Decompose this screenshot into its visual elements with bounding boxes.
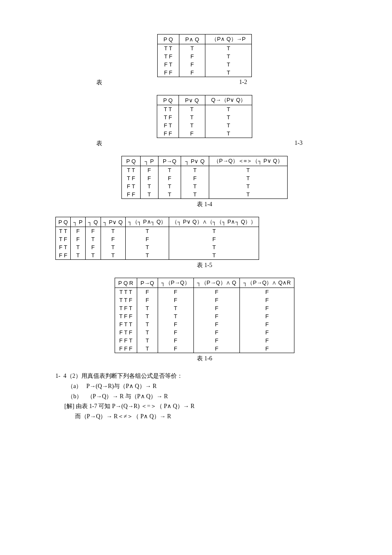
- table-row: F FFT: [157, 129, 252, 138]
- table-row: F F FTFFF: [115, 345, 294, 353]
- table-header-cell: P∨ Q: [179, 95, 205, 105]
- table-cell: T T: [157, 44, 179, 53]
- table-row: F TFT: [157, 60, 252, 69]
- text-line: （b） （P→Q）→ R 与（P∧ Q）→ R: [55, 391, 354, 402]
- table-cell: T: [159, 166, 181, 175]
- table-cell: F: [158, 328, 193, 336]
- table-cell: F: [240, 328, 294, 336]
- table-header-cell: ┐ P: [140, 156, 159, 166]
- table-cell: T: [125, 227, 169, 236]
- table-cell: T F: [157, 113, 179, 121]
- table-header-cell: P Q: [157, 35, 179, 44]
- table-cell: T: [169, 251, 259, 260]
- caption-prefix: 表: [96, 79, 102, 86]
- table-cell: F: [179, 69, 205, 77]
- table-cell: T: [209, 190, 288, 199]
- table-cell: T: [205, 105, 252, 114]
- table-cell: F: [193, 288, 240, 296]
- table-header-cell: ┐ P∨ Q: [181, 156, 209, 166]
- table-header-cell: ┐ P∨ Q: [101, 217, 125, 227]
- table-header-cell: （P→Q）＜=＞（┐ P∨ Q）: [209, 156, 288, 166]
- caption-number: 1-2: [239, 79, 247, 86]
- table-cell: T F: [122, 174, 140, 182]
- table-cell: T: [205, 60, 252, 69]
- table-cell: T: [169, 243, 259, 251]
- table-cell: T: [158, 312, 193, 320]
- truth-table-1-4: P Q┐ PP→Q┐ P∨ Q（P→Q）＜=＞（┐ P∨ Q）T TFTTTT …: [55, 156, 354, 199]
- table-row: T T TFFFF: [115, 288, 294, 296]
- table-row: T TFTTT: [122, 166, 287, 175]
- table-cell: F: [193, 312, 240, 320]
- truth-table-1-5: P Q┐ P┐ Q┐ P∨ Q┐（┐ P∧┐ Q）（┐ P∨ Q）∧（┐（┐ P…: [55, 217, 354, 260]
- table-cell: F: [179, 60, 205, 69]
- table-header-cell: P Q: [157, 95, 179, 105]
- table-cell: F: [125, 235, 169, 243]
- table-cell: T: [125, 251, 169, 260]
- table-row: T T FFFFF: [115, 296, 294, 304]
- table-cell: F: [140, 166, 159, 175]
- table-header-cell: ┐（P→Q）: [158, 278, 193, 288]
- table-cell: F: [158, 345, 193, 353]
- table-cell: F: [179, 129, 205, 138]
- table-cell: F F: [122, 190, 140, 199]
- table-cell: T: [85, 235, 101, 243]
- caption-1-3: 表 1-3: [55, 140, 354, 147]
- table-cell: F: [85, 227, 101, 236]
- table-row: F FTTTTT: [56, 251, 259, 260]
- table-cell: T T T: [115, 288, 137, 296]
- table-cell: F: [193, 304, 240, 312]
- table-cell: T: [205, 69, 252, 77]
- table-header-cell: Q→（P∨ Q）: [205, 95, 252, 105]
- table-cell: F: [71, 227, 86, 236]
- table-row: T TFFTTT: [56, 227, 259, 236]
- table-cell: T: [137, 304, 158, 312]
- caption-1-4: 表 1-4: [55, 201, 354, 208]
- table-cell: T: [181, 190, 209, 199]
- truth-table-1-2: P QP∧ Q（P∧ Q）→PT TTTT FFTF TFTF FFT: [55, 34, 354, 77]
- text-line: 1- 4（2）用真值表判断下列各组公式是否等价：: [55, 371, 354, 381]
- table-header-cell: （P∧ Q）→P: [205, 35, 252, 44]
- table-row: T F FTTFF: [115, 312, 294, 320]
- table-row: T TTT: [157, 105, 252, 114]
- table-row: F TTT: [157, 121, 252, 129]
- table-cell: F: [240, 296, 294, 304]
- caption-1-5: 表 1-5: [55, 262, 354, 269]
- table-header-cell: P Q: [56, 217, 71, 227]
- table-cell: F: [240, 312, 294, 320]
- table-cell: F: [240, 336, 294, 345]
- table-row: T FFTFFF: [56, 235, 259, 243]
- table-cell: T: [169, 227, 259, 236]
- table-row: F TTTTT: [122, 182, 287, 190]
- caption-text: 表 1-6: [197, 355, 212, 362]
- table-cell: F F: [56, 251, 71, 260]
- table-cell: F: [158, 320, 193, 328]
- table-header-cell: ┐（P→Q）∧ Q∧R: [240, 278, 294, 288]
- table-cell: F: [193, 336, 240, 345]
- table-cell: F T: [122, 182, 140, 190]
- table-cell: T: [71, 243, 86, 251]
- table-cell: F T: [56, 243, 71, 251]
- table-cell: T: [85, 251, 101, 260]
- table-cell: T: [179, 44, 205, 53]
- table-cell: T: [137, 336, 158, 345]
- table-cell: F: [159, 174, 181, 182]
- table-header-cell: P→Q: [137, 278, 158, 288]
- table-cell: F: [193, 345, 240, 353]
- table-cell: F: [179, 52, 205, 60]
- table-cell: T T: [157, 105, 179, 114]
- table-cell: F: [101, 235, 125, 243]
- table-cell: F: [169, 235, 259, 243]
- table-row: T F TTTFF: [115, 304, 294, 312]
- table-cell: T: [181, 166, 209, 175]
- table-cell: F T T: [115, 320, 137, 328]
- table-cell: T F: [56, 235, 71, 243]
- table-header-cell: ┐ P: [71, 217, 86, 227]
- table-cell: F F T: [115, 336, 137, 345]
- table-cell: F: [71, 235, 86, 243]
- caption-1-6: 表 1-6: [55, 355, 354, 362]
- table-row: T FFT: [157, 52, 252, 60]
- table-cell: T: [137, 312, 158, 320]
- table-cell: T: [158, 304, 193, 312]
- table-header-cell: ┐（P→Q）∧ Q: [193, 278, 240, 288]
- table-cell: F T: [157, 121, 179, 129]
